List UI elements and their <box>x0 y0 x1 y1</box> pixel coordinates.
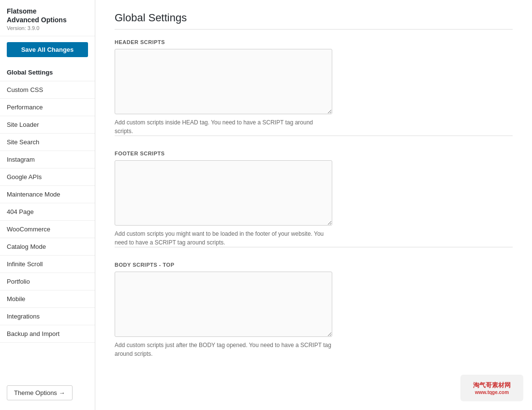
title-divider <box>115 29 513 30</box>
section-label-body-scripts-top: BODY SCRIPTS - TOP <box>115 262 513 268</box>
section-divider-1 <box>115 247 513 247</box>
nav-menu: Global SettingsCustom CSSPerformanceSite… <box>0 64 95 343</box>
sidebar-item-instagram[interactable]: Instagram <box>0 151 95 168</box>
sidebar-item-mobile[interactable]: Mobile <box>0 290 95 308</box>
sidebar-item-portfolio[interactable]: Portfolio <box>0 273 95 290</box>
sidebar-item-woocommerce[interactable]: WooCommerce <box>0 221 95 238</box>
textarea-footer-scripts[interactable] <box>115 160 332 226</box>
sidebar: FlatsomeAdvanced Options Version: 3.9.0 … <box>0 0 95 410</box>
section-label-footer-scripts: FOOTER SCRIPTS <box>115 151 513 156</box>
sidebar-version: Version: 3.9.0 <box>7 25 88 31</box>
sidebar-item-backup-import[interactable]: Backup and Import <box>0 325 95 343</box>
hint-header-scripts: Add custom scripts inside HEAD tag. You … <box>115 118 332 136</box>
section-divider-0 <box>115 136 513 136</box>
sidebar-item-infinite-scroll[interactable]: Infinite Scroll <box>0 256 95 273</box>
page-title: Global Settings <box>115 12 513 24</box>
sidebar-item-maintenance-mode[interactable]: Maintenance Mode <box>0 186 95 203</box>
sidebar-item-custom-css[interactable]: Custom CSS <box>0 81 95 99</box>
sidebar-header: FlatsomeAdvanced Options Version: 3.9.0 <box>0 0 95 36</box>
sidebar-item-catalog-mode[interactable]: Catalog Mode <box>0 238 95 256</box>
sidebar-item-404-page[interactable]: 404 Page <box>0 203 95 221</box>
sidebar-title: FlatsomeAdvanced Options <box>7 7 88 24</box>
textarea-body-scripts-top[interactable] <box>115 272 332 337</box>
theme-options-button[interactable]: Theme Options → <box>7 385 73 400</box>
sidebar-item-google-apis[interactable]: Google APIs <box>0 168 95 186</box>
save-all-button[interactable]: Save All Changes <box>7 42 88 57</box>
section-footer-scripts: FOOTER SCRIPTSAdd custom scripts you mig… <box>115 151 513 247</box>
sidebar-item-site-loader[interactable]: Site Loader <box>0 116 95 134</box>
hint-footer-scripts: Add custom scripts you might want to be … <box>115 229 332 247</box>
section-label-header-scripts: HEADER SCRIPTS <box>115 39 513 45</box>
sidebar-item-global-settings[interactable]: Global Settings <box>0 64 95 81</box>
section-body-scripts-top: BODY SCRIPTS - TOPAdd custom scripts jus… <box>115 262 513 358</box>
textarea-header-scripts[interactable] <box>115 49 332 114</box>
main-content: Global Settings HEADER SCRIPTSAdd custom… <box>95 0 532 410</box>
hint-body-scripts-top: Add custom scripts just after the BODY t… <box>115 341 332 358</box>
sections-container: HEADER SCRIPTSAdd custom scripts inside … <box>115 39 513 358</box>
sidebar-item-site-search[interactable]: Site Search <box>0 134 95 151</box>
sidebar-item-integrations[interactable]: Integrations <box>0 308 95 325</box>
section-header-scripts: HEADER SCRIPTSAdd custom scripts inside … <box>115 39 513 136</box>
sidebar-item-performance[interactable]: Performance <box>0 99 95 116</box>
